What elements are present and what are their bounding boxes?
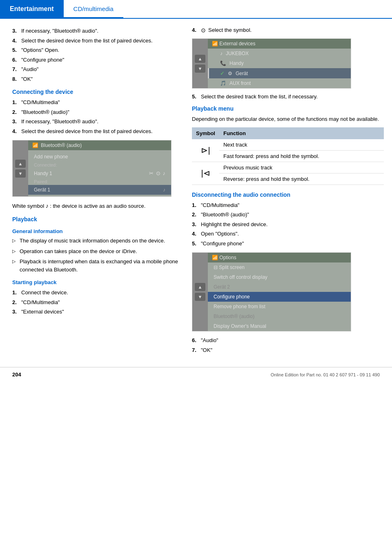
bt-row-handy: Handy 1 ✂ ⊙ ♪ [28,168,171,178]
external-devices-screenshot: ▲ ▼ 📶 External devices ♪ JUKEBOX 📞 Handy [192,38,351,89]
connecting-heading: Connecting the device [12,89,180,95]
bullet-item: ▷ The display of music track information… [12,237,180,245]
step5-num: 5. [192,93,201,100]
tab-entertainment[interactable]: Entertainment [0,0,64,18]
right-column: 4. ⊙ Select the symbol. ▲ ▼ 📶 External d… [188,27,392,359]
opt-row-split: ⊟ Split screen [208,262,351,272]
note-icon: ♪ [163,187,165,193]
options-screen-screenshot: ▲ ▼ 📶 Options ⊟ Split screen Switch off … [192,252,351,331]
bt-icon: 📶 [32,142,38,148]
step4-row: 4. ⊙ Select the symbol. [192,27,384,33]
list-item: 5. "Configure phone" [192,240,384,248]
table-row: |⊲ Previous music track [192,162,384,173]
tab-cd-multimedia[interactable]: CD/multimedia [64,0,123,18]
music-icon: ♪ [163,170,166,176]
list-item: 3. Highlight the desired device. [192,220,384,229]
playback-menu-desc: Depending on the particular device, some… [192,115,384,123]
page-footer: 204 Online Edition for Part no. 01 40 2 … [0,367,392,382]
playback-menu-heading: Playback menu [192,105,384,112]
list-item: 5. "Options" Open. [12,46,180,54]
main-content: 3. If necessary, "Bluetooth® audio". 4. … [0,19,392,359]
opt-row-remove: Remove phone from list [208,302,351,311]
general-info-heading: General information [12,228,180,234]
opt-row-switch-off: Switch off control display [208,272,351,282]
opt-screen: 📶 Options ⊟ Split screen Switch off cont… [208,253,351,331]
playback-heading: Playback [12,216,180,222]
left-column: 3. If necessary, "Bluetooth® audio". 4. … [0,27,188,359]
opt-row-gerat2: Gerät 2 [208,282,351,292]
starting-list: 1. Connect the device. 2. "CD/Multimedia… [12,289,180,316]
ext-nav-down[interactable]: ▼ [195,64,205,73]
nav-up-arrow[interactable]: ▲ [15,160,26,168]
step4-icon: ⊙ [201,27,206,33]
ext-row-aux: 🎵 AUX front [208,78,351,88]
list-item: 4. Open "Options". [192,230,384,238]
bt-screen: 📶 Bluetooth® (audio) Add new phone Conne… [28,140,171,196]
bt-row-gerat: Gerät 1 ♪ [28,185,171,195]
split-icon: ⊟ [214,265,218,270]
symbol-prev: |⊲ [192,162,219,185]
ext-nav-up[interactable]: ▲ [195,55,205,63]
bullet-list: ▷ The display of music track information… [12,237,180,274]
bt-screen-body: Add new phone Connected: Handy 1 ✂ ⊙ ♪ P… [28,150,171,196]
symbol-next: ⊳| [192,139,219,162]
table-row: ⊳| Next track [192,139,384,151]
step4-num: 4. [192,27,201,33]
list-item: 7. "OK" [192,346,384,354]
connecting-list: 1. "CD/Multimedia" 2. "Bluetooth® (audio… [12,98,180,135]
list-item: 1. Connect the device. [12,289,180,297]
disconnecting-list: 1. "CD/Multimedia" 2. "Bluetooth® (audio… [192,201,384,248]
list-item: 3. If necessary, "Bluetooth® audio". [12,27,180,35]
white-symbol-note: White symbol ♪ : the device is active as… [12,202,180,210]
starting-playback-heading: Starting playback [12,279,180,285]
gerat-icon: ⚙ [228,71,232,76]
list-item: 6. "Audio" [192,336,384,345]
list-item: 3. If necessary, "Bluetooth® audio". [12,118,180,126]
function-next-track: Next track [219,139,384,151]
function-fast-forward: Fast forward: press and hold the symbol. [219,150,384,162]
jukebox-icon: ♪ [220,51,223,56]
bullet-item: ▷ Operation can takes place on the devic… [12,247,180,256]
function-prev-track: Previous music track [219,162,384,173]
disconnecting-heading: Disconnecting the audio connection [192,191,384,198]
bt-row-paired-label: Paired: [28,178,171,185]
bullet-arrow: ▷ [12,258,20,274]
footer-note: Online Edition for Part no. 01 40 2 607 … [271,372,380,377]
bullet-item: ▷ Playback is interrupted when data is e… [12,258,180,274]
step4-text: Select the symbol. [208,27,252,33]
symbol-table: Symbol Function ⊳| Next track Fast forwa… [192,127,384,185]
table-header-symbol: Symbol [192,127,219,139]
tab-cd-multimedia-label: CD/multimedia [74,5,114,12]
bt-row-add: Add new phone [28,152,171,162]
table-header-function: Function [219,127,384,139]
ext-row-jukebox: ♪ JUKEBOX [208,49,351,58]
scissors-icon: ✂ [149,170,154,176]
ext-screen-title: 📶 External devices [208,39,351,49]
list-item: 3. "External devices" [12,308,180,316]
list-item: 7. "Audio" [12,65,180,73]
list-item: 2. "Bluetooth® (audio)" [12,108,180,116]
opt-screen-title: 📶 Options [208,253,351,262]
ext-row-gerat: ✓ ⚙ Gerät [208,68,351,78]
intro-list: 3. If necessary, "Bluetooth® audio". 4. … [12,27,180,83]
check-icon: ✓ [220,70,225,76]
opt-row-configure: Configure phone [208,292,351,302]
bt-row-connected-label: Connected: [28,162,171,168]
table-row: Fast forward: press and hold the symbol. [192,150,384,162]
opt-icon: 📶 [212,255,218,260]
opt-nav-side: ▲ ▼ [192,253,208,331]
nav-down-arrow[interactable]: ▼ [15,169,26,178]
opt-nav-up[interactable]: ▲ [195,283,205,291]
list-item: 4. Select the desired device from the li… [12,127,180,136]
final-steps-list: 6. "Audio" 7. "OK" [192,336,384,354]
ext-nav-side: ▲ ▼ [192,39,208,88]
list-item: 1. "CD/Multimedia" [192,201,384,209]
list-item: 2. "CD/Multimedia" [12,298,180,307]
opt-row-bt-audio: Bluetooth® (audio) [208,311,351,321]
opt-nav-down[interactable]: ▼ [195,293,205,301]
list-item: 4. Select the desired device from the li… [12,37,180,45]
list-item: 6. "Configure phone" [12,56,180,64]
nav-side: ▲ ▼ [13,140,28,196]
opt-row-manual: Display Owner's Manual [208,321,351,331]
step5-text: Select the desired track from the list, … [201,93,318,100]
